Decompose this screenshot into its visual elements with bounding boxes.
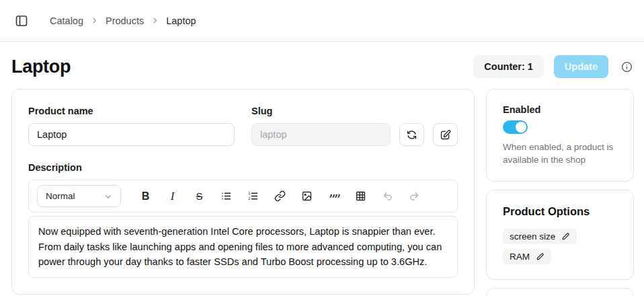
bullet-list-icon[interactable] <box>216 186 236 206</box>
redo-icon[interactable] <box>405 186 424 206</box>
breadcrumb: Catalog Products Laptop <box>50 15 196 26</box>
product-options-list: screen size RAM <box>503 229 617 264</box>
edit-slug-button[interactable] <box>433 123 458 146</box>
product-name-field-group: Product name <box>28 106 235 146</box>
breadcrumb-catalog[interactable]: Catalog <box>50 15 83 26</box>
panel-left-icon <box>15 14 28 28</box>
product-options-card: Product Options screen size RAM <box>486 190 634 280</box>
bold-icon[interactable]: B <box>136 186 155 206</box>
italic-icon[interactable]: I <box>163 186 182 206</box>
slug-input[interactable] <box>251 123 391 146</box>
option-label: screen size <box>510 231 555 242</box>
toggle-knob <box>516 122 526 133</box>
enabled-card: Enabled When enabled, a product is avail… <box>486 89 634 182</box>
header-actions: Counter: 1 Update <box>473 55 633 78</box>
side-panel: Enabled When enabled, a product is avail… <box>486 89 634 296</box>
block-style-value: Normal <box>46 191 75 201</box>
description-editor[interactable]: Now equipped with seventh-generation Int… <box>28 216 458 278</box>
slug-field-group: Slug <box>251 106 458 146</box>
option-label: RAM <box>510 252 530 262</box>
page-header: Laptop Counter: 1 Update <box>11 55 633 78</box>
option-chip-ram[interactable]: RAM <box>503 249 551 264</box>
product-form-card: Product name Slug <box>11 89 475 295</box>
sidebar-toggle-button[interactable] <box>12 11 31 30</box>
breadcrumb-laptop: Laptop <box>166 15 196 26</box>
main-content: Product name Slug <box>0 89 644 296</box>
table-icon[interactable] <box>351 186 370 206</box>
editor-toolbar: Normal B I S 1 <box>28 180 458 213</box>
svg-text:1: 1 <box>248 191 251 195</box>
enabled-help-text: When enabled, a product is available in … <box>503 141 617 166</box>
product-options-title: Product Options <box>503 205 617 218</box>
link-icon[interactable] <box>270 186 290 206</box>
top-bar: Catalog Products Laptop <box>0 0 644 42</box>
slug-label: Slug <box>251 106 458 116</box>
strikethrough-icon[interactable]: S <box>190 186 209 206</box>
counter-button[interactable]: Counter: 1 <box>473 55 544 78</box>
next-card-partial <box>486 288 634 296</box>
chevron-down-icon <box>104 192 112 200</box>
regenerate-slug-button[interactable] <box>399 123 424 146</box>
product-name-input[interactable] <box>28 123 235 146</box>
ordered-list-icon[interactable]: 1 2 <box>243 186 263 206</box>
breadcrumb-products[interactable]: Products <box>106 15 144 26</box>
enabled-toggle[interactable] <box>503 120 528 134</box>
option-chip-screen-size[interactable]: screen size <box>503 229 577 244</box>
image-icon[interactable] <box>297 186 317 206</box>
description-label: Description <box>28 162 458 173</box>
pencil-icon <box>536 252 545 261</box>
edit-icon <box>440 129 451 141</box>
pencil-icon <box>561 232 570 241</box>
chevron-right-icon <box>91 17 98 24</box>
blockquote-icon[interactable]: ”” <box>324 186 344 206</box>
chevron-right-icon <box>151 17 159 24</box>
svg-text:2: 2 <box>248 196 250 200</box>
info-icon <box>621 61 633 73</box>
update-button[interactable]: Update <box>554 55 608 78</box>
undo-icon[interactable] <box>378 186 397 206</box>
page-title: Laptop <box>11 57 71 77</box>
enabled-label: Enabled <box>503 104 617 115</box>
info-button[interactable] <box>621 61 633 73</box>
product-name-label: Product name <box>28 106 235 116</box>
block-style-select[interactable]: Normal <box>37 185 121 207</box>
refresh-icon <box>406 129 417 141</box>
